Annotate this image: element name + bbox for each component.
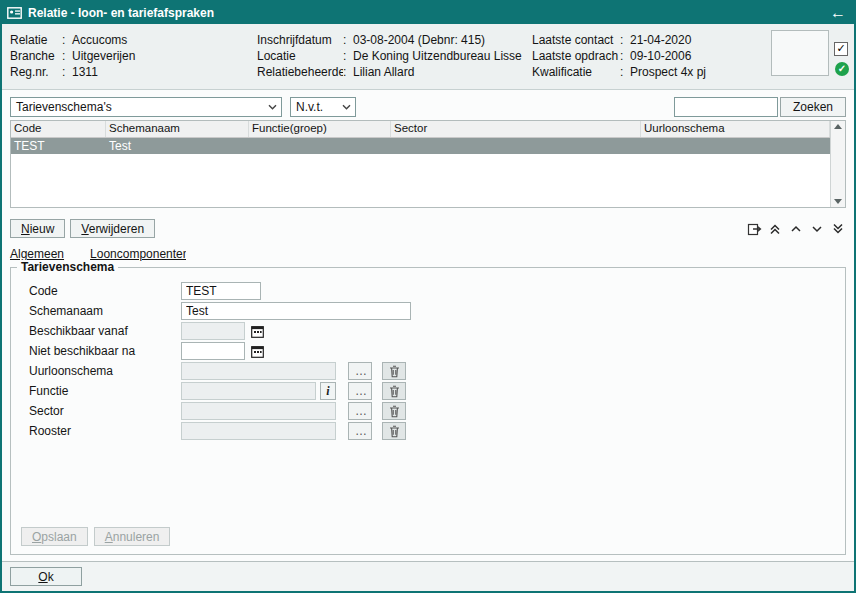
cell-functie <box>249 138 391 154</box>
form-row-code: Code <box>21 282 835 300</box>
groupbox-title: Tarievenschema <box>17 260 118 274</box>
rooster-browse-button[interactable]: … <box>348 422 372 440</box>
colon: : <box>343 48 351 64</box>
header-column-1: Relatie:Accucoms Branche:Uitgeverijen Re… <box>10 32 257 89</box>
filter-dropdown[interactable]: N.v.t. <box>290 97 356 117</box>
niet-beschikbaar-na-label: Niet beschikbaar na <box>21 344 181 358</box>
label: N <box>21 222 30 236</box>
field-label: Inschrijfdatum <box>257 32 343 48</box>
tarievenschema-groupbox: Tarievenschema Code Schemanaam Beschikba… <box>10 267 846 555</box>
uurloonschema-browse-button[interactable]: … <box>348 362 372 380</box>
functie-input <box>181 382 316 400</box>
dropdown-value: N.v.t. <box>296 100 323 114</box>
move-bottom-icon[interactable] <box>830 221 846 237</box>
move-up-icon[interactable] <box>788 221 804 237</box>
nieuw-button[interactable]: Nieuw <box>10 219 65 238</box>
label: nnuleren <box>113 530 160 544</box>
sector-browse-button[interactable]: … <box>348 402 372 420</box>
rooster-input <box>181 422 336 440</box>
calendar-icon[interactable] <box>249 343 265 359</box>
cell-sector <box>391 138 641 154</box>
field-value: Lilian Allard <box>353 64 414 80</box>
vertical-scrollbar[interactable] <box>830 121 845 207</box>
search-button[interactable]: Zoeken <box>780 97 846 117</box>
label: A <box>105 530 113 544</box>
field-value: 03-08-2004 (Debnr: 415) <box>353 32 485 48</box>
field-label: Locatie <box>257 48 343 64</box>
window-title: Relatie - loon- en tariefafspraken <box>28 6 214 20</box>
field-label: Branche <box>10 48 62 64</box>
chevron-down-icon <box>268 104 277 110</box>
header-column-2: Inschrijfdatum:03-08-2004 (Debnr: 415) L… <box>257 32 532 89</box>
code-input[interactable] <box>181 282 261 300</box>
titlebar: Relatie - loon- en tariefafspraken ← <box>2 2 854 24</box>
annuleren-button[interactable]: Annuleren <box>94 527 171 546</box>
sector-label: Sector <box>21 404 181 418</box>
cell-uurloonschema <box>641 138 830 154</box>
form-row-uurloonschema: Uurloonschema … <box>21 362 835 380</box>
field-value: Accucoms <box>72 32 127 48</box>
beschikbaar-vanaf-label: Beschikbaar vanaf <box>21 324 181 338</box>
ok-button[interactable]: Ok <box>10 567 82 586</box>
verwijderen-button[interactable]: Verwijderen <box>70 219 155 238</box>
search-input[interactable] <box>674 97 778 117</box>
copy-record-icon[interactable] <box>746 221 762 237</box>
opslaan-button[interactable]: Opslaan <box>21 527 88 546</box>
functie-delete-button[interactable] <box>382 382 406 400</box>
header-row: Laatste contact:21-04-2020 <box>532 32 772 48</box>
chevron-down-icon <box>342 104 351 110</box>
tab-looncomponenten[interactable]: Looncomponenten <box>90 247 186 261</box>
sector-delete-button[interactable] <box>382 402 406 420</box>
column-header-sector[interactable]: Sector <box>391 121 641 137</box>
rooster-delete-button[interactable] <box>382 422 406 440</box>
relation-header-panel: Relatie:Accucoms Branche:Uitgeverijen Re… <box>2 24 854 90</box>
field-value: Prospect 4x pj <box>630 64 706 80</box>
calendar-icon[interactable] <box>249 323 265 339</box>
back-arrow-icon[interactable]: ← <box>830 5 846 21</box>
column-header-schemanaam[interactable]: Schemanaam <box>106 121 249 137</box>
functie-info-icon[interactable]: i <box>320 382 336 400</box>
table-row[interactable]: TEST Test <box>11 138 830 154</box>
cell-code: TEST <box>11 138 106 154</box>
label: O <box>32 530 41 544</box>
status-check-icon: ✓ <box>835 62 849 76</box>
header-row: Locatie:De Koning Uitzendbureau Lisse <box>257 48 532 64</box>
column-header-code[interactable]: Code <box>11 121 106 137</box>
niet-beschikbaar-na-input[interactable] <box>181 342 245 360</box>
schema-type-dropdown[interactable]: Tarievenschema's <box>10 97 282 117</box>
header-row: Relatie:Accucoms <box>10 32 257 48</box>
label: erwijderen <box>89 222 144 236</box>
column-header-uurloonschema[interactable]: Uurloonschema <box>641 121 830 137</box>
colon: : <box>620 32 628 48</box>
move-top-icon[interactable] <box>767 221 783 237</box>
scroll-up-icon[interactable] <box>834 124 842 129</box>
reorder-icons <box>746 221 846 237</box>
table-actions: Nieuw Verwijderen <box>10 219 846 238</box>
column-header-functiegroep[interactable]: Functie(groep) <box>249 121 391 137</box>
code-label: Code <box>21 284 181 298</box>
photo-placeholder <box>771 30 829 76</box>
save-cancel-row: Opslaan Annuleren <box>21 527 170 546</box>
form-row-schemanaam: Schemanaam <box>21 302 835 320</box>
header-row: Relatiebeheerde:Lilian Allard <box>257 64 532 80</box>
label: pslaan <box>41 530 76 544</box>
scroll-down-icon[interactable] <box>834 199 842 204</box>
uurloonschema-input <box>181 362 336 380</box>
move-down-icon[interactable] <box>809 221 825 237</box>
rooster-label: Rooster <box>21 424 181 438</box>
footer-bar: Ok <box>2 561 854 591</box>
relation-window: Relatie - loon- en tariefafspraken ← Rel… <box>0 0 856 593</box>
header-row: Reg.nr.:1311 <box>10 64 257 80</box>
functie-browse-button[interactable]: … <box>348 382 372 400</box>
colon: : <box>620 48 628 64</box>
schemanaam-input[interactable] <box>181 302 411 320</box>
tab-algemeen[interactable]: Algemeen <box>10 247 64 261</box>
uurloonschema-delete-button[interactable] <box>382 362 406 380</box>
colon: : <box>62 48 70 64</box>
header-checkbox[interactable]: ✓ <box>834 42 848 56</box>
uurloonschema-label: Uurloonschema <box>21 364 181 378</box>
form-row-sector: Sector … <box>21 402 835 420</box>
colon: : <box>62 32 70 48</box>
header-row: Kwalificatie:Prospect 4x pj <box>532 64 772 80</box>
field-label: Laatste opdrach <box>532 48 620 64</box>
